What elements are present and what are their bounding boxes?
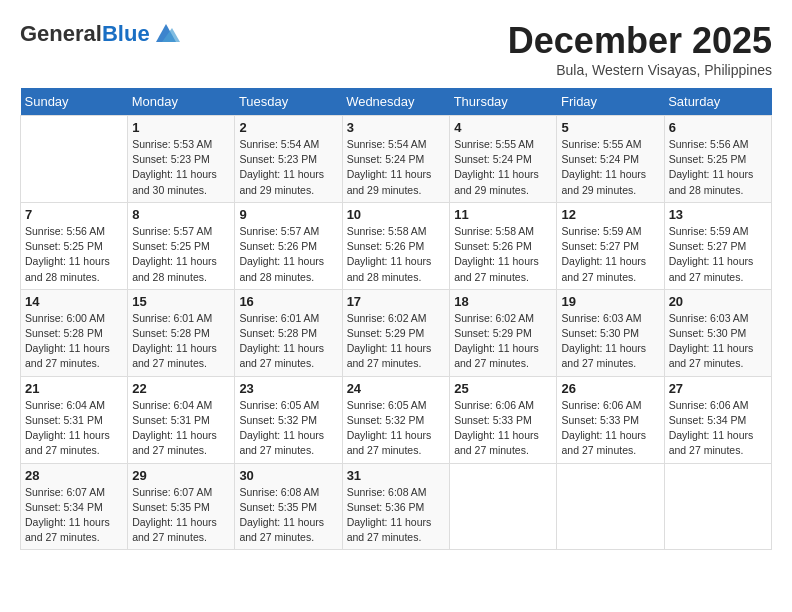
week-row: 1Sunrise: 5:53 AMSunset: 5:23 PMDaylight… bbox=[21, 116, 772, 203]
logo-general: General bbox=[20, 21, 102, 46]
day-number: 19 bbox=[561, 294, 659, 309]
day-number: 5 bbox=[561, 120, 659, 135]
day-number: 27 bbox=[669, 381, 767, 396]
cell-info: Sunrise: 5:57 AMSunset: 5:26 PMDaylight:… bbox=[239, 224, 337, 285]
day-cell: 16Sunrise: 6:01 AMSunset: 5:28 PMDayligh… bbox=[235, 289, 342, 376]
day-number: 8 bbox=[132, 207, 230, 222]
day-cell: 4Sunrise: 5:55 AMSunset: 5:24 PMDaylight… bbox=[450, 116, 557, 203]
week-row: 28Sunrise: 6:07 AMSunset: 5:34 PMDayligh… bbox=[21, 463, 772, 550]
day-cell: 27Sunrise: 6:06 AMSunset: 5:34 PMDayligh… bbox=[664, 376, 771, 463]
day-cell: 24Sunrise: 6:05 AMSunset: 5:32 PMDayligh… bbox=[342, 376, 450, 463]
day-number: 31 bbox=[347, 468, 446, 483]
day-number: 17 bbox=[347, 294, 446, 309]
day-cell: 18Sunrise: 6:02 AMSunset: 5:29 PMDayligh… bbox=[450, 289, 557, 376]
day-number: 4 bbox=[454, 120, 552, 135]
week-row: 7Sunrise: 5:56 AMSunset: 5:25 PMDaylight… bbox=[21, 202, 772, 289]
cell-info: Sunrise: 6:06 AMSunset: 5:33 PMDaylight:… bbox=[561, 398, 659, 459]
cell-info: Sunrise: 6:04 AMSunset: 5:31 PMDaylight:… bbox=[132, 398, 230, 459]
cell-info: Sunrise: 5:55 AMSunset: 5:24 PMDaylight:… bbox=[561, 137, 659, 198]
day-number: 12 bbox=[561, 207, 659, 222]
day-cell: 26Sunrise: 6:06 AMSunset: 5:33 PMDayligh… bbox=[557, 376, 664, 463]
day-number: 22 bbox=[132, 381, 230, 396]
cell-info: Sunrise: 6:05 AMSunset: 5:32 PMDaylight:… bbox=[239, 398, 337, 459]
day-number: 29 bbox=[132, 468, 230, 483]
day-cell: 3Sunrise: 5:54 AMSunset: 5:24 PMDaylight… bbox=[342, 116, 450, 203]
weekday-header: Sunday bbox=[21, 88, 128, 116]
day-number: 18 bbox=[454, 294, 552, 309]
page-header: GeneralBlue December 2025 Bula, Western … bbox=[20, 20, 772, 78]
day-cell: 9Sunrise: 5:57 AMSunset: 5:26 PMDaylight… bbox=[235, 202, 342, 289]
logo-blue: Blue bbox=[102, 21, 150, 46]
day-cell: 7Sunrise: 5:56 AMSunset: 5:25 PMDaylight… bbox=[21, 202, 128, 289]
day-cell: 13Sunrise: 5:59 AMSunset: 5:27 PMDayligh… bbox=[664, 202, 771, 289]
weekday-header: Saturday bbox=[664, 88, 771, 116]
day-number: 15 bbox=[132, 294, 230, 309]
logo-icon bbox=[152, 20, 180, 48]
day-cell bbox=[664, 463, 771, 550]
cell-info: Sunrise: 6:07 AMSunset: 5:34 PMDaylight:… bbox=[25, 485, 123, 546]
cell-info: Sunrise: 6:06 AMSunset: 5:33 PMDaylight:… bbox=[454, 398, 552, 459]
cell-info: Sunrise: 5:56 AMSunset: 5:25 PMDaylight:… bbox=[669, 137, 767, 198]
week-row: 21Sunrise: 6:04 AMSunset: 5:31 PMDayligh… bbox=[21, 376, 772, 463]
day-number: 2 bbox=[239, 120, 337, 135]
cell-info: Sunrise: 6:01 AMSunset: 5:28 PMDaylight:… bbox=[239, 311, 337, 372]
day-number: 6 bbox=[669, 120, 767, 135]
cell-info: Sunrise: 5:58 AMSunset: 5:26 PMDaylight:… bbox=[454, 224, 552, 285]
day-cell: 14Sunrise: 6:00 AMSunset: 5:28 PMDayligh… bbox=[21, 289, 128, 376]
day-number: 3 bbox=[347, 120, 446, 135]
day-cell: 19Sunrise: 6:03 AMSunset: 5:30 PMDayligh… bbox=[557, 289, 664, 376]
cell-info: Sunrise: 5:53 AMSunset: 5:23 PMDaylight:… bbox=[132, 137, 230, 198]
day-cell: 22Sunrise: 6:04 AMSunset: 5:31 PMDayligh… bbox=[128, 376, 235, 463]
weekday-header-row: SundayMondayTuesdayWednesdayThursdayFrid… bbox=[21, 88, 772, 116]
day-cell: 31Sunrise: 6:08 AMSunset: 5:36 PMDayligh… bbox=[342, 463, 450, 550]
day-cell: 11Sunrise: 5:58 AMSunset: 5:26 PMDayligh… bbox=[450, 202, 557, 289]
day-cell: 28Sunrise: 6:07 AMSunset: 5:34 PMDayligh… bbox=[21, 463, 128, 550]
cell-info: Sunrise: 6:07 AMSunset: 5:35 PMDaylight:… bbox=[132, 485, 230, 546]
day-number: 10 bbox=[347, 207, 446, 222]
day-number: 16 bbox=[239, 294, 337, 309]
day-number: 24 bbox=[347, 381, 446, 396]
day-cell bbox=[450, 463, 557, 550]
day-cell: 23Sunrise: 6:05 AMSunset: 5:32 PMDayligh… bbox=[235, 376, 342, 463]
day-cell bbox=[557, 463, 664, 550]
cell-info: Sunrise: 5:54 AMSunset: 5:24 PMDaylight:… bbox=[347, 137, 446, 198]
weekday-header: Wednesday bbox=[342, 88, 450, 116]
day-cell: 1Sunrise: 5:53 AMSunset: 5:23 PMDaylight… bbox=[128, 116, 235, 203]
day-number: 21 bbox=[25, 381, 123, 396]
day-number: 25 bbox=[454, 381, 552, 396]
day-number: 1 bbox=[132, 120, 230, 135]
cell-info: Sunrise: 5:59 AMSunset: 5:27 PMDaylight:… bbox=[561, 224, 659, 285]
cell-info: Sunrise: 6:02 AMSunset: 5:29 PMDaylight:… bbox=[454, 311, 552, 372]
cell-info: Sunrise: 6:03 AMSunset: 5:30 PMDaylight:… bbox=[561, 311, 659, 372]
cell-info: Sunrise: 5:57 AMSunset: 5:25 PMDaylight:… bbox=[132, 224, 230, 285]
cell-info: Sunrise: 6:06 AMSunset: 5:34 PMDaylight:… bbox=[669, 398, 767, 459]
cell-info: Sunrise: 6:04 AMSunset: 5:31 PMDaylight:… bbox=[25, 398, 123, 459]
day-cell: 25Sunrise: 6:06 AMSunset: 5:33 PMDayligh… bbox=[450, 376, 557, 463]
day-number: 14 bbox=[25, 294, 123, 309]
day-cell: 10Sunrise: 5:58 AMSunset: 5:26 PMDayligh… bbox=[342, 202, 450, 289]
day-cell: 15Sunrise: 6:01 AMSunset: 5:28 PMDayligh… bbox=[128, 289, 235, 376]
day-number: 26 bbox=[561, 381, 659, 396]
weekday-header: Thursday bbox=[450, 88, 557, 116]
cell-info: Sunrise: 6:08 AMSunset: 5:36 PMDaylight:… bbox=[347, 485, 446, 546]
cell-info: Sunrise: 6:00 AMSunset: 5:28 PMDaylight:… bbox=[25, 311, 123, 372]
cell-info: Sunrise: 6:02 AMSunset: 5:29 PMDaylight:… bbox=[347, 311, 446, 372]
cell-info: Sunrise: 5:55 AMSunset: 5:24 PMDaylight:… bbox=[454, 137, 552, 198]
day-number: 23 bbox=[239, 381, 337, 396]
day-number: 30 bbox=[239, 468, 337, 483]
title-block: December 2025 Bula, Western Visayas, Phi… bbox=[508, 20, 772, 78]
day-cell: 6Sunrise: 5:56 AMSunset: 5:25 PMDaylight… bbox=[664, 116, 771, 203]
day-cell: 20Sunrise: 6:03 AMSunset: 5:30 PMDayligh… bbox=[664, 289, 771, 376]
calendar-table: SundayMondayTuesdayWednesdayThursdayFrid… bbox=[20, 88, 772, 550]
day-number: 13 bbox=[669, 207, 767, 222]
day-cell: 12Sunrise: 5:59 AMSunset: 5:27 PMDayligh… bbox=[557, 202, 664, 289]
day-cell: 21Sunrise: 6:04 AMSunset: 5:31 PMDayligh… bbox=[21, 376, 128, 463]
weekday-header: Friday bbox=[557, 88, 664, 116]
cell-info: Sunrise: 6:08 AMSunset: 5:35 PMDaylight:… bbox=[239, 485, 337, 546]
day-cell bbox=[21, 116, 128, 203]
cell-info: Sunrise: 5:54 AMSunset: 5:23 PMDaylight:… bbox=[239, 137, 337, 198]
weekday-header: Tuesday bbox=[235, 88, 342, 116]
day-number: 20 bbox=[669, 294, 767, 309]
day-cell: 17Sunrise: 6:02 AMSunset: 5:29 PMDayligh… bbox=[342, 289, 450, 376]
cell-info: Sunrise: 6:03 AMSunset: 5:30 PMDaylight:… bbox=[669, 311, 767, 372]
